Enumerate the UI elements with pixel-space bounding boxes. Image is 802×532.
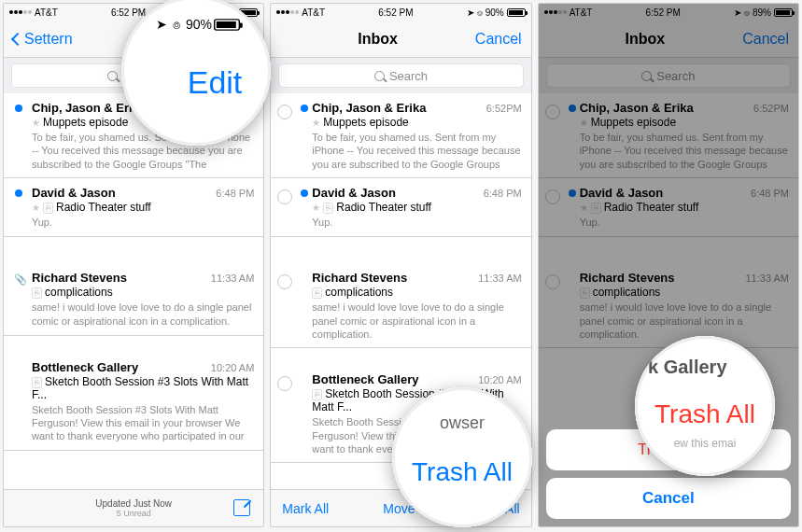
- email-subject: Radio Theater stuff: [56, 201, 151, 214]
- bottom-toolbar: Updated Just Now 5 Unread: [4, 489, 263, 526]
- email-subject: complications: [45, 286, 113, 299]
- search-icon: [641, 71, 652, 81]
- email-row[interactable]: Chip, Jason & Erika6:52PM ★Muppets episo…: [271, 93, 530, 178]
- unread-dot-icon: [15, 105, 22, 112]
- star-icon: ★: [312, 118, 320, 128]
- thread-tag-icon: ⎘: [312, 287, 322, 299]
- email-time: 11:33 AM: [211, 273, 254, 284]
- email-from: David & Jason: [32, 186, 116, 200]
- trash-all-zoom-label: Trash All: [412, 457, 513, 487]
- chevron-left-icon: [11, 32, 24, 45]
- email-row[interactable]: David & Jason6:48 PM ★⎘Radio Theater stu…: [271, 178, 530, 237]
- signal-dots-icon: [9, 10, 32, 14]
- back-label: Settern: [24, 31, 73, 48]
- battery-icon: [507, 8, 526, 17]
- email-preview: Yup.: [32, 216, 254, 229]
- email-row[interactable]: 📎 Richard Stevens11:33 AM ⎘complications…: [4, 263, 263, 336]
- email-row[interactable]: Richard Stevens11:33 AM ⎘complications s…: [271, 263, 530, 348]
- carrier-label: AT&T: [35, 7, 58, 18]
- sheet-cancel-button[interactable]: Cancel: [546, 478, 791, 519]
- email-row[interactable]: Bottleneck Gallery10:20 AM ⎘Sketch Booth…: [4, 353, 263, 451]
- email-preview: Sketch Booth Session #3 Slots With Matt …: [32, 403, 254, 442]
- updated-label: Updated Just Now: [95, 498, 172, 509]
- star-icon: ★: [32, 118, 40, 128]
- select-circle[interactable]: [277, 376, 292, 391]
- unread-dot-icon: [15, 189, 22, 197]
- magnifier-edit: ➤⌾90% Edit: [121, 0, 271, 146]
- location-icon: ➤: [734, 7, 741, 18]
- select-circle[interactable]: [277, 105, 292, 119]
- select-circle[interactable]: [277, 189, 292, 204]
- select-circle[interactable]: [277, 274, 292, 289]
- signal-dots-icon: [544, 10, 567, 14]
- email-from: Richard Stevens: [32, 271, 127, 285]
- battery-icon: [774, 8, 793, 17]
- email-subject: Sketch Booth Session #3 Slots With Matt …: [32, 375, 248, 401]
- nav-title: Inbox: [358, 31, 398, 48]
- magnifier-trash-red: k Gallery Trash All ew this emai: [635, 336, 775, 476]
- unread-count: 5 Unread: [117, 509, 151, 518]
- email-row[interactable]: David & Jason6:48 PM ★⎘Radio Theater stu…: [4, 178, 263, 237]
- email-preview: same! i would love love love to do a sin…: [32, 301, 254, 328]
- trash-all-red-zoom-label: Trash All: [654, 399, 755, 429]
- nav-bar: Inbox Cancel: [271, 21, 530, 58]
- thread-tag-icon: ⎘: [312, 389, 322, 400]
- email-time: 10:20 AM: [211, 362, 254, 373]
- mark-all-button[interactable]: Mark All: [282, 501, 329, 516]
- signal-dots-icon: [276, 10, 299, 14]
- thread-tag-icon: ⎘: [43, 203, 53, 214]
- attachment-icon: 📎: [14, 273, 27, 286]
- email-list: Chip, Jason & Erika6:52PM ★Muppets episo…: [4, 93, 263, 489]
- nav-bar: Inbox Cancel: [539, 21, 798, 58]
- bluetooth-icon: ⌾: [744, 7, 750, 18]
- magnifier-trash-blue: owser Trash All: [392, 387, 532, 527]
- email-time: 6:48 PM: [216, 188, 254, 199]
- search-icon: [107, 71, 118, 81]
- search-icon: [374, 71, 385, 81]
- back-button[interactable]: Settern: [13, 31, 73, 48]
- location-icon: ➤: [467, 7, 474, 18]
- star-icon: ★: [32, 203, 40, 213]
- search-input[interactable]: Search: [278, 63, 523, 88]
- thread-tag-icon: ⎘: [323, 203, 333, 214]
- status-bar: AT&T 6:52 PM ➤⌾89%: [539, 4, 798, 21]
- bluetooth-icon: ⌾: [477, 7, 483, 18]
- star-icon: ★: [312, 203, 320, 213]
- cancel-button[interactable]: Cancel: [475, 31, 522, 48]
- email-from: Bottleneck Gallery: [32, 360, 138, 374]
- status-bar: AT&T 6:52 PM ➤⌾90%: [271, 4, 530, 21]
- compose-button[interactable]: [233, 499, 250, 516]
- edit-zoom-label: Edit: [188, 64, 243, 101]
- search-input: Search: [546, 63, 791, 88]
- thread-tag-icon: ⎘: [32, 377, 42, 388]
- email-subject: Muppets episode: [43, 116, 128, 129]
- thread-tag-icon: ⎘: [32, 287, 42, 299]
- status-time: 6:52 PM: [111, 7, 146, 18]
